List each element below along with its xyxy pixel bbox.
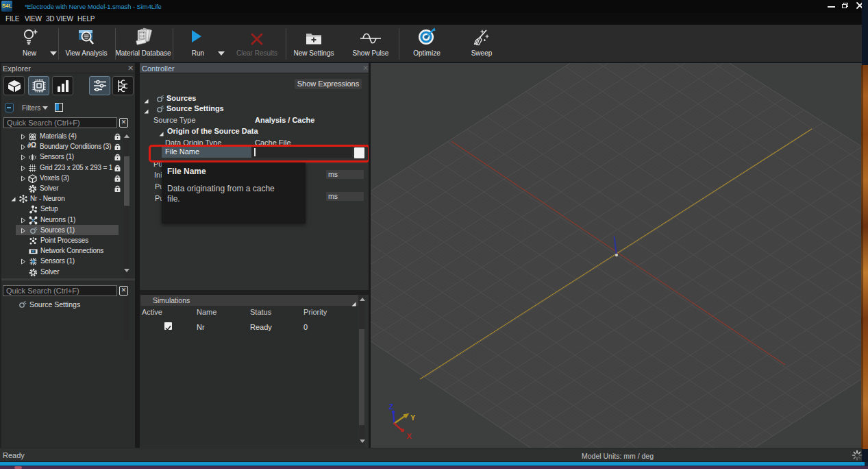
svg-text:Z: Z bbox=[389, 402, 394, 411]
svg-text:X: X bbox=[407, 432, 412, 440]
svg-text:Y: Y bbox=[410, 413, 416, 422]
